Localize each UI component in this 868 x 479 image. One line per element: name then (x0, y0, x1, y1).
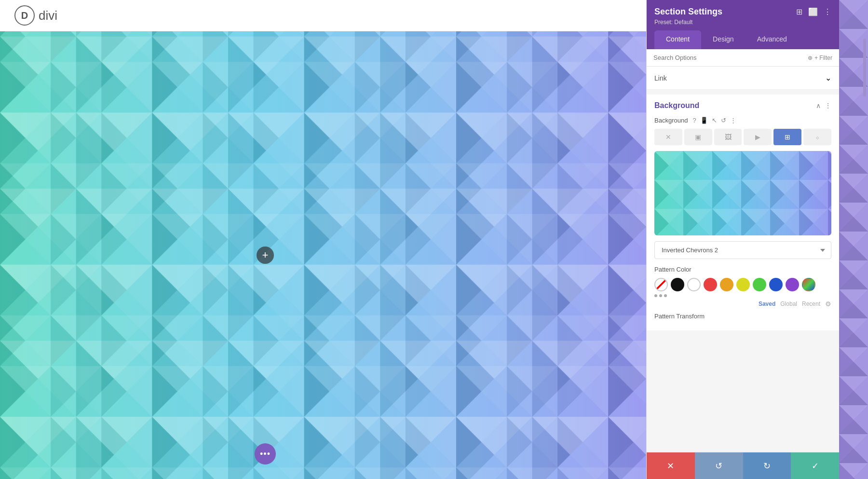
logo-text: divi (39, 8, 57, 23)
add-section-button[interactable]: + (257, 246, 274, 264)
color-swatch-black[interactable] (671, 278, 684, 291)
bg-label-row: Background ? 📱 ↖ ↺ ⋮ (654, 117, 831, 124)
scrollbar-thumb[interactable] (863, 39, 866, 96)
color-swatch-dark-blue[interactable] (769, 278, 783, 291)
tab-design[interactable]: Design (701, 30, 746, 49)
scrollbar-track[interactable] (863, 39, 866, 479)
color-swatch-orange[interactable] (720, 278, 733, 291)
help-icon[interactable]: ? (692, 117, 696, 124)
bg-section-actions: ∧ ⋮ (816, 102, 831, 109)
dot-1 (654, 294, 657, 297)
pattern-dropdown[interactable]: Inverted Chevrons 2 (654, 241, 831, 259)
color-swatch-gradient[interactable] (802, 278, 815, 291)
pattern-preview (654, 151, 831, 235)
bg-label-icons: ? 📱 ↖ ↺ ⋮ (692, 117, 736, 124)
color-swatch-transparent[interactable] (654, 278, 668, 291)
color-swatch-red[interactable] (704, 278, 717, 291)
color-swatch-purple[interactable] (786, 278, 799, 291)
bg-type-mask[interactable]: ⬦ (803, 129, 831, 145)
bg-type-pattern[interactable]: ⊞ (773, 129, 801, 145)
right-edge-strip (839, 0, 868, 479)
tab-advanced[interactable]: Advanced (746, 30, 799, 49)
divi-header: D divi (0, 0, 646, 31)
menu-icon[interactable]: ⋮ (824, 7, 831, 16)
panel-content: Link ⌄ Background ∧ ⋮ Background ? 📱 ↖ ↺ (647, 67, 839, 452)
redo-button[interactable]: ↻ (743, 452, 791, 479)
pattern-color-label: Pattern Color (654, 266, 831, 273)
responsive-icon[interactable]: ⊞ (796, 7, 802, 16)
color-swatch-white[interactable] (687, 278, 701, 291)
more-options-button[interactable]: ••• (255, 443, 276, 465)
dot-2 (659, 294, 662, 297)
bg-type-color[interactable]: ▣ (684, 129, 712, 145)
bg-type-image[interactable]: 🖼 (714, 129, 742, 145)
save-icon: ✓ (812, 461, 819, 471)
color-swatch-green[interactable] (753, 278, 766, 291)
cursor-icon[interactable]: ↖ (712, 117, 717, 124)
bottom-toolbar: ✕ ↺ ↻ ✓ (647, 452, 839, 479)
panel-tabs: Content Design Advanced (654, 30, 831, 49)
dot-3 (664, 294, 667, 297)
right-panel: Section Settings ⊞ ⬜ ⋮ Preset: Default C… (646, 0, 839, 479)
color-tab-global[interactable]: Global (780, 301, 797, 307)
pattern-canvas: + ••• (0, 31, 646, 479)
expand-icon[interactable]: ⬜ (808, 7, 818, 16)
mobile-icon[interactable]: 📱 (700, 117, 708, 124)
pattern-transform-label: Pattern Transform (654, 313, 831, 320)
undo-button[interactable]: ↺ (695, 452, 743, 479)
panel-title-icons: ⊞ ⬜ ⋮ (796, 7, 831, 16)
bg-type-tabs: ✕ ▣ 🖼 ▶ ⊞ ⬦ (654, 129, 831, 145)
logo-letter: D (21, 10, 28, 21)
color-settings-icon[interactable]: ⚙ (825, 300, 831, 308)
reset-icon[interactable]: ↺ (721, 117, 726, 124)
cancel-button[interactable]: ✕ (647, 452, 695, 479)
canvas-area: D divi (0, 0, 646, 479)
three-dots-row (654, 294, 831, 297)
color-tab-recent[interactable]: Recent (802, 301, 820, 307)
link-section[interactable]: Link ⌄ (647, 67, 839, 90)
svg-rect-15 (0, 31, 646, 479)
filter-label: + Filter (814, 55, 832, 61)
redo-icon: ↻ (763, 461, 771, 471)
panel-header: Section Settings ⊞ ⬜ ⋮ Preset: Default C… (647, 0, 839, 49)
tab-content[interactable]: Content (654, 30, 701, 49)
color-tab-saved[interactable]: Saved (759, 301, 775, 307)
panel-title-row: Section Settings ⊞ ⬜ ⋮ (654, 7, 831, 17)
filter-icon: ⊕ (808, 55, 813, 61)
divi-logo: D divi (14, 5, 57, 26)
filter-button[interactable]: ⊕ + Filter (808, 55, 832, 61)
more-icon[interactable]: ⋮ (730, 117, 736, 124)
collapse-icon[interactable]: ∧ (816, 102, 821, 109)
bg-type-none[interactable]: ✕ (654, 129, 682, 145)
svg-rect-21 (654, 151, 831, 235)
color-tabs-row: Saved Global Recent ⚙ (654, 300, 831, 308)
search-input[interactable] (653, 54, 808, 61)
logo-circle: D (14, 5, 35, 26)
bg-section-title: Background (654, 101, 699, 110)
bg-section-header: Background ∧ ⋮ (654, 101, 831, 110)
background-section: Background ∧ ⋮ Background ? 📱 ↖ ↺ ⋮ (647, 95, 839, 330)
panel-title: Section Settings (654, 7, 722, 17)
bg-section-menu-icon[interactable]: ⋮ (825, 102, 831, 109)
pattern-bg (0, 31, 646, 479)
panel-preset: Preset: Default (654, 19, 831, 26)
color-swatch-yellow[interactable] (736, 278, 750, 291)
bg-type-video[interactable]: ▶ (744, 129, 772, 145)
bg-label: Background (654, 117, 688, 124)
background-pattern-svg (0, 31, 646, 479)
color-swatches (654, 278, 831, 291)
cancel-icon: ✕ (667, 461, 674, 471)
undo-icon: ↺ (715, 461, 722, 471)
link-label: Link (654, 74, 667, 82)
search-bar: ⊕ + Filter (647, 49, 839, 67)
save-button[interactable]: ✓ (791, 452, 839, 479)
chevron-down-icon: ⌄ (825, 73, 831, 82)
